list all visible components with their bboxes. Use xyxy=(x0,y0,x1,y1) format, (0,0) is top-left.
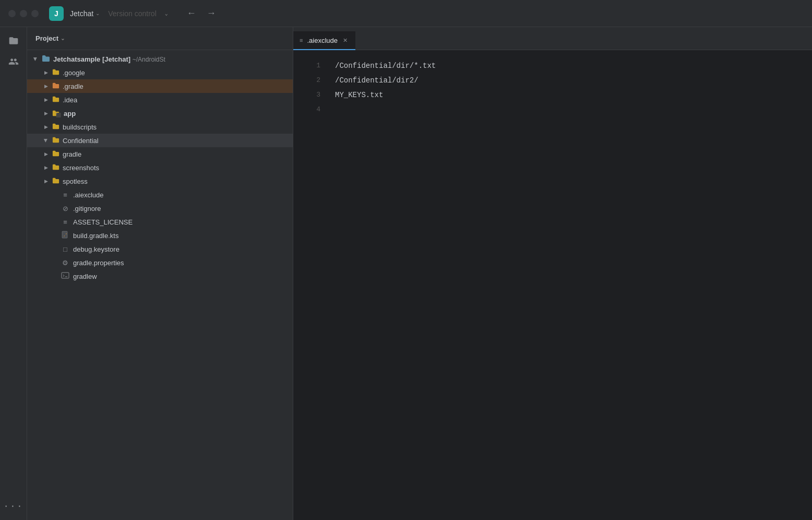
sidebar-icon-team[interactable] xyxy=(4,52,23,71)
buildscripts-folder-icon xyxy=(52,123,59,132)
debug-keystore-label: debug.keystore xyxy=(73,245,120,253)
file-tree: ▶ Jetchatsample [Jetchat] ~/AndroidSt ▶ … xyxy=(27,50,293,520)
tree-item-buildscripts[interactable]: ▶ buildscripts xyxy=(27,120,293,134)
spotless-label: spotless xyxy=(63,178,88,185)
file-tree-panel: Project ⌄ ▶ Jetchatsample [Jetchat] ~/An… xyxy=(27,27,293,520)
editor-line-4 xyxy=(335,102,812,117)
tree-item-confidential[interactable]: ▶ Confidential xyxy=(27,134,293,147)
tree-item-gradle[interactable]: ▶ gradle xyxy=(27,147,293,161)
tab-close-button[interactable]: ✕ xyxy=(342,37,349,44)
root-chevron-icon: ▶ xyxy=(31,55,40,63)
titlebar-separator: Version control xyxy=(108,9,157,18)
tree-item-app[interactable]: ▶ ⬛ app xyxy=(27,107,293,120)
folder-icon xyxy=(8,36,19,46)
app-name[interactable]: Jetchat ⌄ xyxy=(70,9,100,18)
tree-item-aiexclude[interactable]: ≡ .aiexclude xyxy=(27,188,293,202)
gradle-properties-label: gradle.properties xyxy=(73,259,124,267)
gradle-hidden-folder-icon xyxy=(52,82,59,91)
editor-content[interactable]: 1 2 3 4 /Confidential/dir/*.txt /Confide… xyxy=(293,50,812,520)
app-folder-icon: ⬛ xyxy=(52,110,59,117)
tree-item-idea[interactable]: ▶ .idea xyxy=(27,93,293,107)
spotless-chevron-icon: ▶ xyxy=(42,177,50,185)
tree-item-gradlew[interactable]: gradlew xyxy=(27,269,293,283)
assets-license-label: ASSETS_LICENSE xyxy=(73,218,133,226)
panel-chevron-icon: ⌄ xyxy=(61,36,65,41)
google-label: .google xyxy=(63,69,85,77)
svg-rect-0 xyxy=(62,231,67,238)
spotless-folder-icon xyxy=(52,177,59,186)
line-number-2: 2 xyxy=(293,73,320,88)
google-chevron-icon: ▶ xyxy=(42,68,50,77)
gradle-hidden-label: .gradle xyxy=(63,82,83,90)
traffic-lights xyxy=(8,10,39,17)
nav-back-button[interactable]: ← xyxy=(183,6,200,21)
gitignore-file-icon: ⊘ xyxy=(61,205,70,212)
gradle-label: gradle xyxy=(63,150,81,158)
confidential-chevron-icon: ▶ xyxy=(42,136,50,145)
tree-item-debug-keystore[interactable]: □ debug.keystore xyxy=(27,242,293,256)
build-gradle-kts-label: build.gradle.kts xyxy=(73,232,118,240)
app-icon: J xyxy=(49,6,64,21)
aiexclude-label: .aiexclude xyxy=(73,191,104,199)
debug-keystore-file-icon: □ xyxy=(61,245,70,253)
tree-item-gradle-properties[interactable]: ⚙ gradle.properties xyxy=(27,256,293,269)
idea-label: .idea xyxy=(63,96,77,104)
screenshots-label: screenshots xyxy=(63,164,99,172)
close-button[interactable] xyxy=(8,10,16,17)
build-gradle-kts-file-icon xyxy=(61,231,70,240)
person-icon xyxy=(8,56,19,67)
gradlew-label: gradlew xyxy=(73,273,97,280)
gradlew-file-icon xyxy=(61,271,70,281)
line-number-4: 4 xyxy=(293,102,320,117)
tree-item-build-gradle-kts[interactable]: build.gradle.kts xyxy=(27,229,293,242)
gradle-hidden-chevron-icon: ▶ xyxy=(42,82,50,90)
aiexclude-file-icon: ≡ xyxy=(61,191,70,199)
gradle-folder-icon xyxy=(52,150,59,159)
screenshots-chevron-icon: ▶ xyxy=(42,163,50,172)
maximize-button[interactable] xyxy=(31,10,39,17)
tab-label: .aiexclude xyxy=(307,37,338,44)
confidential-folder-icon xyxy=(52,136,59,145)
tab-file-icon: ≡ xyxy=(300,37,303,43)
sidebar-icon-more[interactable]: ··· xyxy=(4,497,23,516)
version-chevron-icon: ⌄ xyxy=(165,10,168,17)
tree-root[interactable]: ▶ Jetchatsample [Jetchat] ~/AndroidSt xyxy=(27,52,293,66)
nav-arrows: ← → xyxy=(183,6,220,21)
app-chevron-icon: ▶ xyxy=(42,109,50,117)
panel-header: Project ⌄ xyxy=(27,27,293,50)
tree-item-gitignore[interactable]: ⊘ .gitignore xyxy=(27,202,293,215)
main-area: ··· Project ⌄ ▶ Jetchatsample [Jetchat] … xyxy=(0,27,812,520)
editor-line-1: /Confidential/dir/*.txt xyxy=(335,58,812,73)
tree-item-gradle-hidden[interactable]: ▶ .gradle xyxy=(27,79,293,93)
sidebar-icon-folder[interactable] xyxy=(4,31,23,50)
tree-item-screenshots[interactable]: ▶ screenshots xyxy=(27,161,293,174)
line-number-3: 3 xyxy=(293,88,320,102)
app-name-label: Jetchat xyxy=(70,9,93,18)
assets-license-file-icon: ≡ xyxy=(61,218,70,226)
editor-line-2: /Confidential/dir2/ xyxy=(335,73,812,88)
buildscripts-chevron-icon: ▶ xyxy=(42,123,50,131)
line-numbers: 1 2 3 4 xyxy=(293,50,325,520)
tree-item-spotless[interactable]: ▶ spotless xyxy=(27,174,293,188)
tab-aiexclude[interactable]: ≡ .aiexclude ✕ xyxy=(293,31,355,50)
buildscripts-label: buildscripts xyxy=(63,123,97,131)
panel-title[interactable]: Project ⌄ xyxy=(35,34,65,42)
editor-lines[interactable]: /Confidential/dir/*.txt /Confidential/di… xyxy=(325,50,812,520)
editor-area: ≡ .aiexclude ✕ 1 2 3 4 /Confidential/dir… xyxy=(293,27,812,520)
gradle-properties-file-icon: ⚙ xyxy=(61,259,70,267)
line-number-1: 1 xyxy=(293,58,320,73)
panel-title-label: Project xyxy=(35,34,58,42)
root-folder-icon xyxy=(42,54,50,64)
idea-folder-icon xyxy=(52,96,59,104)
more-dots-icon: ··· xyxy=(3,501,23,512)
nav-forward-button[interactable]: → xyxy=(202,6,220,21)
gitignore-label: .gitignore xyxy=(73,205,101,212)
confidential-label: Confidential xyxy=(63,137,99,145)
titlebar: J Jetchat ⌄ Version control ⌄ ← → xyxy=(0,0,812,27)
tab-bar: ≡ .aiexclude ✕ xyxy=(293,27,812,50)
tree-item-google[interactable]: ▶ .google xyxy=(27,66,293,79)
editor-line-3: MY_KEYS.txt xyxy=(335,88,812,102)
idea-chevron-icon: ▶ xyxy=(42,96,50,104)
tree-item-assets-license[interactable]: ≡ ASSETS_LICENSE xyxy=(27,215,293,229)
minimize-button[interactable] xyxy=(20,10,27,17)
